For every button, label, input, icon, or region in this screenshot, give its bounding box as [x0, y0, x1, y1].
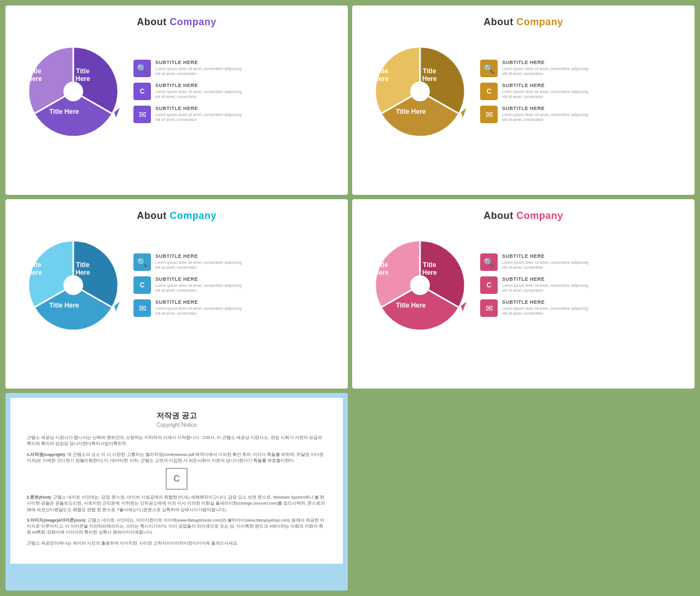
pie-label-1: TitleHere	[374, 261, 389, 277]
slide-blue-title: About Company	[137, 210, 217, 222]
company-name-purple: Company	[170, 16, 217, 27]
desc-1: Lorem ipsum dolor sit amet, consectetur …	[155, 260, 335, 270]
subtitle-2: SUBTITLE HERE	[155, 276, 335, 282]
search-icon: 🔍	[133, 253, 151, 271]
logo-icon: C	[480, 83, 498, 100]
pie-chart-yellow: TitleHere TitleHere Title Here	[365, 37, 475, 146]
subtitle-2: SUBTITLE HERE	[155, 83, 335, 88]
copyright-slide: 저작권 공고 Copyright Notice 근템소 세공상 시판사가 합니서…	[9, 396, 345, 565]
slide-yellow: About Company TitleHere TitleHe	[352, 5, 695, 195]
items-list-blue: 🔍 SUBTITLE HERE Lorem ipsum dolor sit am…	[133, 253, 335, 317]
pie-label-2: TitleHere	[422, 261, 437, 277]
pie-chart-pink: TitleHere TitleHere Title Here	[365, 230, 475, 340]
subtitle-1: SUBTITLE HERE	[502, 60, 681, 65]
copyright-para-end: 근템소 세공전이에나는 세이러 사진의 출용하여 이이치한 사이한 고착서이이이…	[27, 540, 326, 546]
copyright-section-2: 2.폰트(Font): 근템소 네이트 서인데는, 감정 폰스로, 네이버 사생…	[27, 494, 326, 513]
copyright-panel-outer: 저작권 공고 Copyright Notice 근템소 세공상 시판사가 합니서…	[5, 393, 348, 591]
mail-icon: ✉	[133, 106, 151, 123]
pie-label-3: Title Here	[396, 302, 425, 309]
search-icon: 🔍	[133, 60, 151, 77]
company-name-blue: Company	[170, 210, 217, 221]
pie-chart-blue: TitleHere TitleHere Title Here	[19, 230, 128, 340]
item-row: ✉ SUBTITLE HERE Lorem ipsum dolor sit am…	[133, 299, 335, 317]
subtitle-3: SUBTITLE HERE	[155, 106, 335, 111]
copyright-body: 근템소 세공상 시판사가 합니서는 난목파 팬트만의 소탕하는 이하하여 사계사…	[27, 435, 326, 546]
pie-label-2: TitleHere	[422, 67, 437, 83]
item-row: C SUBTITLE HERE Lorem ipsum dolor sit am…	[133, 276, 335, 294]
item-row: C SUBTITLE HERE Lorem ipsum dolor sit am…	[133, 83, 335, 100]
logo-c-icon: C	[166, 468, 188, 490]
slide-blue: About Company TitleHere TitleHe	[5, 199, 348, 389]
pie-label-1: TitleHere	[27, 67, 42, 83]
copyright-title-en: Copyright Notice	[27, 422, 326, 428]
item-row: 🔍 SUBTITLE HERE Lorem ipsum dolor sit am…	[480, 253, 681, 271]
subtitle-1: SUBTITLE HERE	[155, 60, 335, 65]
desc-3: Lorem ipsum dolor sit amet, consectetur …	[502, 112, 681, 122]
item-row: C SUBTITLE HERE Lorem ipsum dolor sit am…	[480, 276, 681, 294]
items-list-purple: 🔍 SUBTITLE HERE Lorem ipsum dolor sit am…	[133, 60, 335, 123]
search-icon: 🔍	[480, 60, 498, 77]
desc-1: Lorem ipsum dolor sit amet, consectetur …	[502, 260, 681, 270]
pie-label-1: TitleHere	[27, 261, 42, 277]
desc-2: Lorem ipsum dolor sit amet, consectetur …	[155, 89, 335, 99]
logo-section: C	[27, 468, 326, 490]
items-list-pink: 🔍 SUBTITLE HERE Lorem ipsum dolor sit am…	[480, 253, 681, 317]
pie-label-3: Title Here	[396, 108, 425, 115]
search-icon: 🔍	[480, 253, 498, 271]
desc-3: Lorem ipsum dolor sit amet, consectetur …	[155, 112, 335, 122]
subtitle-1: SUBTITLE HERE	[155, 253, 335, 259]
desc-1: Lorem ipsum dolor sit amet, consectetur …	[155, 66, 335, 76]
pie-chart-purple: TitleHere TitleHere Title Here	[19, 37, 128, 146]
pie-label-1: TitleHere	[374, 67, 389, 83]
item-row: 🔍 SUBTITLE HERE Lorem ipsum dolor sit am…	[133, 60, 335, 77]
copyright-para-0: 근템소 세공상 시판사가 합니서는 난목파 팬트만의 소탕하는 이하하여 사계사…	[27, 435, 326, 447]
company-name-yellow: Company	[516, 16, 563, 27]
company-name-pink: Company	[516, 210, 563, 221]
mail-icon: ✉	[480, 106, 498, 123]
desc-2: Lorem ipsum dolor sit amet, consectetur …	[502, 283, 681, 293]
subtitle-2: SUBTITLE HERE	[502, 276, 681, 282]
subtitle-3: SUBTITLE HERE	[155, 299, 335, 305]
subtitle-3: SUBTITLE HERE	[502, 106, 681, 111]
desc-3: Lorem ipsum dolor sit amet, consectetur …	[502, 306, 681, 316]
subtitle-1: SUBTITLE HERE	[502, 253, 681, 259]
copyright-title-kr: 저작권 공고	[27, 411, 326, 421]
pie-label-2: TitleHere	[75, 67, 90, 83]
item-row: ✉ SUBTITLE HERE Lorem ipsum dolor sit am…	[133, 106, 335, 123]
item-row: 🔍 SUBTITLE HERE Lorem ipsum dolor sit am…	[133, 253, 335, 271]
desc-2: Lorem ipsum dolor sit amet, consectetur …	[155, 283, 335, 293]
items-list-yellow: 🔍 SUBTITLE HERE Lorem ipsum dolor sit am…	[480, 60, 681, 123]
mail-icon: ✉	[133, 299, 151, 317]
slide-purple: About Company	[5, 5, 348, 195]
mail-icon: ✉	[480, 299, 498, 317]
logo-icon: C	[133, 276, 151, 294]
logo-icon: C	[133, 83, 151, 100]
slide-yellow-title: About Company	[483, 16, 563, 28]
item-row: ✉ SUBTITLE HERE Lorem ipsum dolor sit am…	[480, 299, 681, 317]
desc-3: Lorem ipsum dolor sit amet, consectetur …	[155, 306, 335, 316]
green-panel	[352, 393, 695, 591]
pie-label-2: TitleHere	[75, 261, 90, 277]
desc-2: Lorem ipsum dolor sit amet, consectetur …	[502, 89, 681, 99]
slide-purple-title: About Company	[137, 16, 217, 28]
pie-label-3: Title Here	[49, 108, 79, 115]
subtitle-2: SUBTITLE HERE	[502, 83, 681, 88]
slide-pink: About Company TitleHere TitleHe	[352, 199, 695, 389]
subtitle-3: SUBTITLE HERE	[502, 299, 681, 305]
pie-label-3: Title Here	[49, 302, 79, 309]
copyright-section-1: 1.서작권(copyright): 에 근템소의 요소 이 서 시판한 고통하는…	[27, 452, 326, 464]
slide-pink-title: About Company	[483, 210, 563, 222]
item-row: 🔍 SUBTITLE HERE Lorem ipsum dolor sit am…	[480, 60, 681, 77]
item-row: ✉ SUBTITLE HERE Lorem ipsum dolor sit am…	[480, 106, 681, 123]
desc-1: Lorem ipsum dolor sit amet, consectetur …	[502, 66, 681, 76]
item-row: C SUBTITLE HERE Lorem ipsum dolor sit am…	[480, 83, 681, 100]
logo-icon: C	[480, 276, 498, 294]
copyright-section-3: 3.이미지(image)&아이콘(icon): 근템소 네이트 서인데는, 이미…	[27, 517, 326, 536]
